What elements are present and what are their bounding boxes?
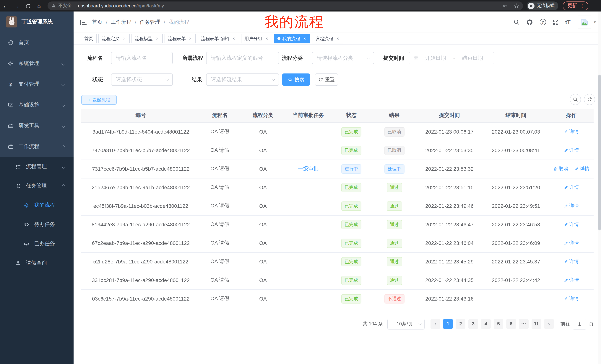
sidebar-item-task-mgmt[interactable]: 任务管理 — [0, 176, 74, 196]
name-input[interactable]: 请输入流程名 — [111, 52, 173, 64]
scrollbar-track[interactable] — [598, 11, 601, 364]
page-button-2[interactable]: 2 — [456, 319, 465, 329]
prev-page-button[interactable]: ‹ — [431, 319, 440, 329]
sidebar-item-leave-query[interactable]: 请假查询 — [0, 253, 74, 273]
password-key-icon[interactable] — [502, 3, 508, 9]
help-icon[interactable]: ? — [540, 19, 546, 25]
breadcrumb-task-mgmt[interactable]: 任务管理 — [140, 19, 160, 25]
status-badge: 已完成 — [341, 146, 361, 155]
yen-icon: ¥ — [7, 81, 14, 87]
close-icon[interactable]: × — [122, 36, 126, 41]
tab-user-group[interactable]: 用户分组× — [241, 34, 272, 43]
fullscreen-icon[interactable] — [553, 19, 559, 25]
filter-category: 流程分类 请选择流程分类 — [281, 52, 374, 64]
definition-input[interactable]: 请输入流程定义的编号 — [206, 52, 279, 64]
page-size-select[interactable]: 10条/页 — [387, 318, 425, 329]
sidebar-toggle-icon[interactable] — [80, 19, 87, 25]
url-path[interactable]: /bpm/task/my — [136, 3, 164, 8]
close-icon[interactable]: × — [264, 36, 269, 41]
close-icon[interactable]: × — [155, 36, 159, 41]
search-button[interactable]: 搜索 — [282, 74, 310, 86]
browser-back-icon[interactable]: ← — [0, 2, 11, 9]
detail-link[interactable]: 详情 — [564, 240, 579, 246]
status-badge: 已完成 — [341, 276, 361, 285]
refresh-table-button[interactable] — [584, 94, 595, 105]
detail-link[interactable]: 详情 — [564, 258, 579, 265]
create-process-button[interactable]: + 发起流程 — [81, 95, 117, 105]
detail-link[interactable]: 详情 — [564, 128, 579, 135]
close-icon[interactable]: × — [302, 36, 307, 41]
scrollbar-thumb[interactable] — [598, 75, 601, 230]
pagination: 共 104 条 10条/页 ‹ 1 2 3 4 5 6 ··· 11 › — [362, 318, 594, 329]
chevron-down-icon — [61, 165, 65, 168]
sidebar-item-process-mgmt[interactable]: 流程管理 — [0, 157, 74, 176]
sidebar-item-home[interactable]: 首页 — [0, 32, 74, 53]
browser-menu-icon[interactable]: ⋮ — [580, 3, 585, 9]
page-button-1[interactable]: 1 — [443, 319, 453, 329]
app-logo[interactable]: 芋道管理系统 — [0, 11, 74, 32]
close-icon[interactable]: × — [335, 36, 340, 41]
goto-page-input[interactable]: 1 — [573, 318, 586, 329]
reset-button[interactable]: 重置 — [315, 74, 338, 86]
security-label[interactable]: 不安全 — [58, 3, 72, 9]
table-row: 52ffd28e-7b9a-11ec-a290-acde48001122 OA … — [81, 252, 594, 271]
current-task-link[interactable]: 一级审批 — [298, 165, 319, 172]
page-button-11[interactable]: 11 — [531, 319, 541, 329]
toggle-search-button[interactable] — [570, 94, 581, 105]
sidebar-item-done-tasks[interactable]: 已办任务 — [0, 234, 74, 253]
result-select[interactable]: 请选择流结果 — [206, 74, 279, 86]
browser-update-button[interactable]: 更新 ⋮ — [563, 1, 588, 10]
browser-home-icon[interactable]: ⌂ — [33, 2, 45, 9]
address-bar[interactable]: 不安全 dashboard.yudao.iocoder.cn /bpm/task… — [48, 1, 523, 10]
browser-reload-icon[interactable] — [22, 2, 33, 9]
sidebar-item-todo-tasks[interactable]: 待办任务 — [0, 215, 74, 234]
status-select[interactable]: 请选择状态 — [111, 74, 173, 86]
bookmark-star-icon[interactable] — [514, 3, 519, 9]
detail-link[interactable]: 详情 — [564, 147, 579, 153]
font-size-icon[interactable]: tT — [565, 19, 571, 25]
page-button-6[interactable]: 6 — [506, 319, 516, 329]
page-button-4[interactable]: 4 — [481, 319, 491, 329]
tab-my-process[interactable]: 我的流程× — [274, 34, 310, 43]
search-icon — [573, 97, 578, 102]
date-range-input[interactable]: 开始日期 - 结束日期 — [409, 52, 494, 64]
breadcrumb-home[interactable]: 首页 — [92, 19, 102, 25]
tab-process-definition[interactable]: 流程定义× — [99, 34, 130, 43]
sidebar-item-workflow[interactable]: 工作流程 — [0, 136, 74, 157]
tab-start-process[interactable]: 发起流程× — [312, 34, 343, 43]
detail-link[interactable]: 详情 — [564, 203, 579, 209]
close-icon[interactable]: × — [188, 36, 192, 41]
url-domain[interactable]: dashboard.yudao.iocoder.cn — [78, 3, 136, 8]
status-badge: 已完成 — [341, 257, 361, 266]
tab-process-form[interactable]: 流程表单× — [165, 34, 196, 43]
next-page-button[interactable]: › — [544, 319, 554, 329]
page-button-3[interactable]: 3 — [468, 319, 478, 329]
more-pages-button[interactable]: ··· — [519, 319, 529, 329]
github-icon[interactable] — [526, 19, 533, 25]
tab-home[interactable]: 首页 — [81, 34, 97, 43]
sidebar-item-infra[interactable]: 基础设施 — [0, 95, 74, 115]
detail-link[interactable]: 详情 — [564, 221, 579, 228]
cancel-link[interactable]: 取消 — [553, 165, 568, 172]
avatar[interactable] — [578, 15, 591, 29]
search-icon[interactable] — [513, 19, 520, 25]
chevron-down-icon — [61, 124, 65, 128]
breadcrumb-workflow[interactable]: 工作流程 — [111, 19, 131, 25]
avatar-caret-icon[interactable]: ▾ — [594, 20, 596, 24]
page-button-5[interactable]: 5 — [494, 319, 503, 329]
category-select[interactable]: 请选择流程分类 — [312, 52, 374, 64]
browser-forward-icon[interactable]: → — [11, 2, 22, 9]
close-icon[interactable]: × — [231, 36, 236, 41]
detail-link[interactable]: 详情 — [564, 295, 579, 302]
tab-process-model[interactable]: 流程模型× — [131, 34, 163, 43]
sidebar-item-system[interactable]: 系统管理 — [0, 53, 74, 74]
detail-link[interactable]: 详情 — [564, 184, 579, 191]
detail-link[interactable]: 详情 — [564, 277, 579, 284]
tab-process-form-edit[interactable]: 流程表单-编辑× — [198, 34, 239, 43]
monitor-icon — [7, 102, 14, 108]
detail-link[interactable]: 详情 — [574, 165, 590, 172]
sidebar-item-payment[interactable]: ¥ 支付管理 — [0, 74, 74, 95]
sidebar-item-my-process[interactable]: 我的流程 — [0, 196, 74, 215]
sidebar-item-devtools[interactable]: 研发工具 — [0, 115, 74, 136]
filter-result: 结果 请选择流结果 — [178, 74, 279, 86]
